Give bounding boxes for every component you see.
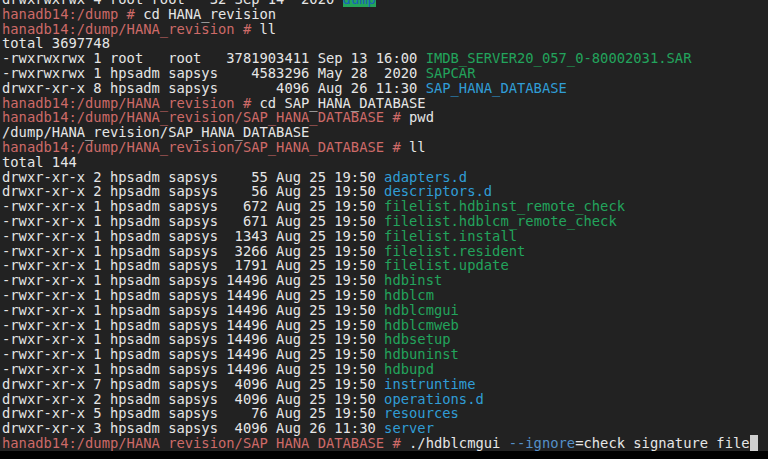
terminal-text: =check_signature_file bbox=[575, 435, 749, 451]
terminal-text: hdbupd bbox=[384, 361, 434, 377]
terminal-text: filelist.hdblcm_remote_check bbox=[384, 213, 617, 229]
terminal-text: descriptors.d bbox=[384, 183, 492, 199]
terminal-text: operations.d bbox=[384, 391, 484, 407]
shell-prompt: hanadb14:/dump/HANA_revision # bbox=[2, 95, 260, 111]
terminal-text: /dump/HANA_revision/SAP_HANA_DATABASE bbox=[2, 124, 309, 140]
text-cursor bbox=[750, 435, 758, 451]
terminal-text: drwxr-xr-x 3 hpsadm sapsys 4096 Aug 26 1… bbox=[2, 420, 384, 436]
terminal-text: drwxr-xr-x 2 hpsadm sapsys 4096 Aug 25 1… bbox=[2, 391, 384, 407]
terminal-text: filelist.hdbinst_remote_check bbox=[384, 198, 625, 214]
terminal-line: -rwxr-xr-x 1 hpsadm sapsys 672 Aug 25 19… bbox=[2, 199, 768, 214]
terminal-text: -rwxr-xr-x 1 hpsadm sapsys 672 Aug 25 19… bbox=[2, 198, 384, 214]
shell-prompt: hanadb14:/dump/HANA_revision/SAP_HANA_DA… bbox=[2, 139, 409, 155]
terminal-text: -rwxr-xr-x 1 hpsadm sapsys 14496 Aug 25 … bbox=[2, 317, 384, 333]
terminal-line: -rwxr-xr-x 1 hpsadm sapsys 1791 Aug 25 1… bbox=[2, 258, 768, 273]
terminal-text: resources bbox=[384, 405, 459, 421]
shell-prompt: hanadb14:/dump/HANA_revision/SAP_HANA_DA… bbox=[2, 435, 409, 451]
terminal-text: pwd bbox=[409, 109, 434, 125]
terminal-output: drwxrwxrwx 4 root root 32 Sep 14 2020 du… bbox=[2, 0, 768, 451]
terminal-text: -rwxr-xr-x 1 hpsadm sapsys 14496 Aug 25 … bbox=[2, 272, 384, 288]
terminal-line: -rwxr-xr-x 1 hpsadm sapsys 14496 Aug 25 … bbox=[2, 332, 768, 347]
terminal-line: /dump/HANA_revision/SAP_HANA_DATABASE bbox=[2, 125, 768, 140]
terminal-line: hanadb14:/dump/HANA_revision/SAP_HANA_DA… bbox=[2, 140, 768, 155]
terminal-text: -rwxr-xr-x 1 hpsadm sapsys 671 Aug 25 19… bbox=[2, 213, 384, 229]
terminal-text: IMDB_SERVER20_057_0-80002031.SAR bbox=[426, 50, 692, 66]
terminal-text: -rwxr-xr-x 1 hpsadm sapsys 14496 Aug 25 … bbox=[2, 287, 384, 303]
terminal-text: -rwxr-xr-x 1 hpsadm sapsys 14496 Aug 25 … bbox=[2, 331, 384, 347]
terminal-line: -rwxr-xr-x 1 hpsadm sapsys 3266 Aug 25 1… bbox=[2, 244, 768, 259]
terminal-text: hdblcmgui bbox=[384, 302, 459, 318]
terminal-text: hdblcm bbox=[384, 287, 434, 303]
terminal-line: hanadb14:/dump/HANA_revision # cd SAP_HA… bbox=[2, 96, 768, 111]
terminal-line: -rwxr-xr-x 1 hpsadm sapsys 1343 Aug 25 1… bbox=[2, 229, 768, 244]
shell-prompt: hanadb14:/dump # bbox=[2, 6, 143, 22]
terminal-text: hdbsetup bbox=[384, 331, 450, 347]
terminal-text: -rwxrwxrwx 1 hpsadm sapsys 4583296 May 2… bbox=[2, 65, 426, 81]
terminal-line: -rwxrwxrwx 1 hpsadm sapsys 4583296 May 2… bbox=[2, 66, 768, 81]
terminal-line: drwxr-xr-x 3 hpsadm sapsys 4096 Aug 26 1… bbox=[2, 421, 768, 436]
terminal-line: -rwxr-xr-x 1 hpsadm sapsys 14496 Aug 25 … bbox=[2, 318, 768, 333]
shell-prompt: hanadb14:/dump/HANA_revision # bbox=[2, 21, 260, 37]
terminal-text: ll bbox=[409, 139, 426, 155]
terminal-line: drwxr-xr-x 8 hpsadm sapsys 4096 Aug 26 1… bbox=[2, 81, 768, 96]
terminal-text: -rwxr-xr-x 1 hpsadm sapsys 3266 Aug 25 1… bbox=[2, 243, 384, 259]
terminal-line: -rwxr-xr-x 1 hpsadm sapsys 14496 Aug 25 … bbox=[2, 362, 768, 377]
terminal-line: drwxr-xr-x 2 hpsadm sapsys 55 Aug 25 19:… bbox=[2, 170, 768, 185]
terminal-text: SAPCAR bbox=[426, 65, 476, 81]
terminal-text: -rwxr-xr-x 1 hpsadm sapsys 1791 Aug 25 1… bbox=[2, 257, 384, 273]
terminal-line: -rwxrwxrwx 1 root root 3781903411 Sep 13… bbox=[2, 51, 768, 66]
terminal-text: filelist.resident bbox=[384, 243, 525, 259]
terminal-line: drwxr-xr-x 5 hpsadm sapsys 76 Aug 25 19:… bbox=[2, 406, 768, 421]
terminal-text: -rwxr-xr-x 1 hpsadm sapsys 14496 Aug 25 … bbox=[2, 346, 384, 362]
terminal-text: -rwxrwxrwx 1 root root 3781903411 Sep 13… bbox=[2, 50, 426, 66]
terminal-text: hdbinst bbox=[384, 272, 442, 288]
terminal-line: total 3697748 bbox=[2, 36, 768, 51]
terminal-text: hdbuninst bbox=[384, 346, 459, 362]
terminal-line: -rwxr-xr-x 1 hpsadm sapsys 14496 Aug 25 … bbox=[2, 347, 768, 362]
terminal-text: instruntime bbox=[384, 376, 475, 392]
shell-prompt: hanadb14:/dump/HANA_revision/SAP_HANA_DA… bbox=[2, 109, 409, 125]
terminal-text: cd SAP_HANA_DATABASE bbox=[260, 95, 426, 111]
terminal-text: drwxr-xr-x 2 hpsadm sapsys 56 Aug 25 19:… bbox=[2, 183, 384, 199]
terminal-text: -rwxr-xr-x 1 hpsadm sapsys 1343 Aug 25 1… bbox=[2, 228, 384, 244]
terminal-text: dump bbox=[343, 0, 376, 7]
terminal-text: SAP_HANA_DATABASE bbox=[426, 80, 567, 96]
terminal-text: filelist.update bbox=[384, 257, 509, 273]
terminal-text: hdblcmweb bbox=[384, 317, 459, 333]
terminal-text: drwxr-xr-x 2 hpsadm sapsys 55 Aug 25 19:… bbox=[2, 169, 384, 185]
terminal-text: total 144 bbox=[2, 154, 77, 170]
terminal-text: drwxr-xr-x 5 hpsadm sapsys 76 Aug 25 19:… bbox=[2, 405, 384, 421]
terminal-text: cd HANA_revision bbox=[143, 6, 276, 22]
terminal-line: -rwxr-xr-x 1 hpsadm sapsys 14496 Aug 25 … bbox=[2, 288, 768, 303]
terminal-line: drwxr-xr-x 7 hpsadm sapsys 4096 Aug 25 1… bbox=[2, 377, 768, 392]
terminal-text: -rwxr-xr-x 1 hpsadm sapsys 14496 Aug 25 … bbox=[2, 361, 384, 377]
terminal-line: total 144 bbox=[2, 155, 768, 170]
terminal-text: adapters.d bbox=[384, 169, 467, 185]
terminal-text: drwxr-xr-x 8 hpsadm sapsys 4096 Aug 26 1… bbox=[2, 80, 426, 96]
terminal-text: drwxr-xr-x 7 hpsadm sapsys 4096 Aug 25 1… bbox=[2, 376, 384, 392]
terminal-line: -rwxr-xr-x 1 hpsadm sapsys 671 Aug 25 19… bbox=[2, 214, 768, 229]
terminal-text: -rwxr-xr-x 1 hpsadm sapsys 14496 Aug 25 … bbox=[2, 302, 384, 318]
terminal-text: ./hdblcmgui bbox=[409, 435, 509, 451]
terminal-text: total 3697748 bbox=[2, 35, 110, 51]
terminal-screen[interactable]: drwxrwxrwx 4 root root 32 Sep 14 2020 du… bbox=[0, 0, 768, 459]
terminal-line: drwxr-xr-x 2 hpsadm sapsys 4096 Aug 25 1… bbox=[2, 392, 768, 407]
terminal-line: drwxr-xr-x 2 hpsadm sapsys 56 Aug 25 19:… bbox=[2, 184, 768, 199]
terminal-bottom-bar bbox=[0, 451, 768, 459]
terminal-text: filelist.install bbox=[384, 228, 517, 244]
terminal-text: --ignore bbox=[509, 435, 575, 451]
terminal-line: hanadb14:/dump/HANA_revision/SAP_HANA_DA… bbox=[2, 110, 768, 125]
terminal-line: -rwxr-xr-x 1 hpsadm sapsys 14496 Aug 25 … bbox=[2, 273, 768, 288]
terminal-line: hanadb14:/dump/HANA_revision/SAP_HANA_DA… bbox=[2, 436, 768, 451]
terminal-text: server bbox=[384, 420, 434, 436]
terminal-line: hanadb14:/dump # cd HANA_revision bbox=[2, 7, 768, 22]
terminal-line: -rwxr-xr-x 1 hpsadm sapsys 14496 Aug 25 … bbox=[2, 303, 768, 318]
terminal-line: hanadb14:/dump/HANA_revision # ll bbox=[2, 22, 768, 37]
terminal-text: ll bbox=[260, 21, 277, 37]
